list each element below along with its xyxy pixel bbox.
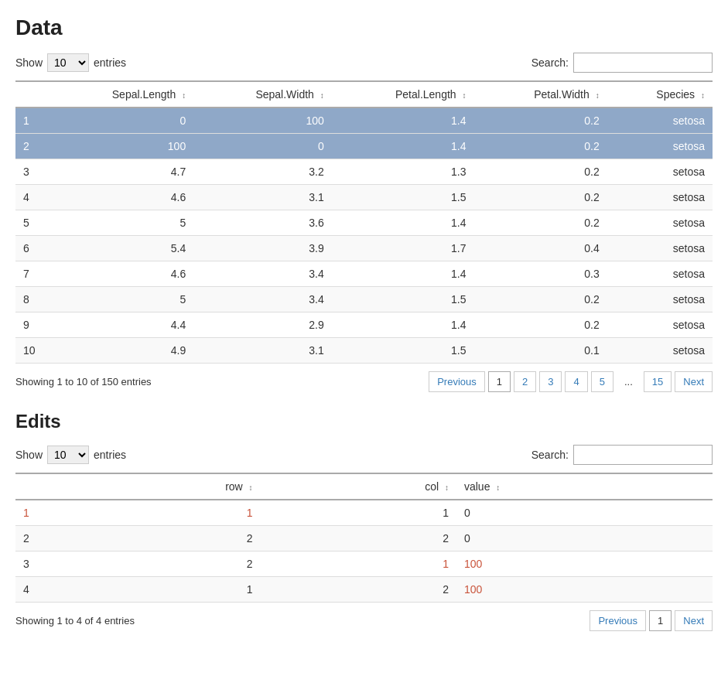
data-col-sepal-length[interactable]: Sepal.Length ↕ xyxy=(46,81,193,108)
data-cell-petal_length: 1.5 xyxy=(332,185,474,210)
data-col-species[interactable]: Species ↕ xyxy=(607,81,713,108)
edits-table-row: 412100 xyxy=(15,577,713,603)
data-footer-row: Showing 1 to 10 of 150 entries Previous … xyxy=(15,371,713,392)
edits-page-1[interactable]: 1 xyxy=(649,610,672,631)
data-cell-sepal_width: 3.2 xyxy=(193,159,332,185)
edits-col-value[interactable]: value ↕ xyxy=(456,473,713,500)
edits-col-row[interactable]: row ↕ xyxy=(46,473,261,500)
data-cell-index: 9 xyxy=(15,312,46,338)
edits-next-button[interactable]: Next xyxy=(675,610,713,631)
data-page-4[interactable]: 4 xyxy=(565,371,587,392)
edits-cell-row: 1 xyxy=(46,500,261,526)
data-page-1[interactable]: 1 xyxy=(488,371,511,392)
data-cell-species: setosa xyxy=(607,312,713,338)
data-entries-label: entries xyxy=(94,56,126,69)
data-title: Data xyxy=(15,15,713,40)
data-cell-petal_width: 0.2 xyxy=(474,159,607,185)
data-cell-species: setosa xyxy=(607,108,713,134)
edits-entries-label: entries xyxy=(94,449,126,461)
data-cell-species: setosa xyxy=(607,159,713,185)
data-table-row: 65.43.91.70.4setosa xyxy=(15,236,713,261)
edits-previous-button[interactable]: Previous xyxy=(590,610,646,631)
data-controls-row: Show 10 25 50 100 entries Search: xyxy=(15,53,713,73)
data-cell-species: setosa xyxy=(607,236,713,261)
data-table-row: 853.41.50.2setosa xyxy=(15,287,713,312)
data-cell-sepal_width: 3.4 xyxy=(193,261,332,287)
data-cell-sepal_length: 4.7 xyxy=(46,159,193,185)
data-table: Sepal.Length ↕ Sepal.Width ↕ Petal.Lengt… xyxy=(15,80,713,364)
data-cell-index: 5 xyxy=(15,210,46,236)
sort-icon-col: ↕ xyxy=(445,483,449,492)
data-cell-sepal_length: 0 xyxy=(46,108,193,134)
data-page-dots: ... xyxy=(617,372,641,391)
data-cell-sepal_width: 0 xyxy=(193,134,332,159)
data-cell-sepal_width: 3.9 xyxy=(193,236,332,261)
data-col-petal-length[interactable]: Petal.Length ↕ xyxy=(332,81,474,108)
data-col-sepal-width[interactable]: Sepal.Width ↕ xyxy=(193,81,332,108)
data-cell-petal_length: 1.4 xyxy=(332,210,474,236)
edits-col-index xyxy=(15,473,46,500)
edits-search-label: Search: xyxy=(531,449,569,461)
data-table-row: 553.61.40.2setosa xyxy=(15,210,713,236)
edits-cell-col: 2 xyxy=(261,577,456,603)
data-cell-petal_width: 0.1 xyxy=(474,338,607,364)
edits-table-row: 1110 xyxy=(15,500,713,526)
sort-icon-sepal-width: ↕ xyxy=(320,91,324,100)
edits-cell-row: 1 xyxy=(46,577,261,603)
data-cell-sepal_length: 5 xyxy=(46,287,193,312)
data-show-label: Show xyxy=(15,56,43,69)
data-search-label: Search: xyxy=(531,56,569,69)
data-search-input[interactable] xyxy=(573,53,713,73)
edits-col-col[interactable]: col ↕ xyxy=(261,473,456,500)
data-table-row: 104.93.11.50.1setosa xyxy=(15,338,713,364)
edits-search-row: Search: xyxy=(531,445,713,465)
data-cell-index: 10 xyxy=(15,338,46,364)
data-entries-select[interactable]: 10 25 50 100 xyxy=(47,53,89,72)
edits-cell-value: 100 xyxy=(456,577,713,603)
data-page-5[interactable]: 5 xyxy=(591,371,614,392)
edits-cell-value: 0 xyxy=(456,500,713,526)
data-cell-petal_length: 1.5 xyxy=(332,338,474,364)
data-cell-index: 2 xyxy=(15,134,46,159)
data-cell-petal_width: 0.4 xyxy=(474,236,607,261)
data-cell-index: 1 xyxy=(15,108,46,134)
sort-icon-sepal-length: ↕ xyxy=(182,91,186,100)
data-cell-petal_width: 0.2 xyxy=(474,312,607,338)
data-page-2[interactable]: 2 xyxy=(514,371,536,392)
edits-title: Edits xyxy=(15,411,713,432)
data-previous-button[interactable]: Previous xyxy=(429,371,485,392)
data-col-petal-width[interactable]: Petal.Width ↕ xyxy=(474,81,607,108)
data-page-15[interactable]: 15 xyxy=(644,371,672,392)
data-cell-petal_length: 1.4 xyxy=(332,261,474,287)
data-table-row: 34.73.21.30.2setosa xyxy=(15,159,713,185)
data-table-header: Sepal.Length ↕ Sepal.Width ↕ Petal.Lengt… xyxy=(15,81,713,108)
data-cell-species: setosa xyxy=(607,261,713,287)
data-pagination: Previous 1 2 3 4 5 ... 15 Next xyxy=(429,371,713,392)
edits-entries-select[interactable]: 10 25 50 100 xyxy=(47,446,89,464)
edits-cell-col: 1 xyxy=(261,551,456,577)
edits-table: row ↕ col ↕ value ↕ 11102220321100412100 xyxy=(15,473,713,603)
data-page-3[interactable]: 3 xyxy=(539,371,562,392)
data-table-row: 74.63.41.40.3setosa xyxy=(15,261,713,287)
data-cell-species: setosa xyxy=(607,134,713,159)
data-cell-sepal_width: 3.1 xyxy=(193,338,332,364)
edits-search-input[interactable] xyxy=(573,445,713,465)
data-cell-sepal_length: 4.4 xyxy=(46,312,193,338)
data-cell-petal_width: 0.2 xyxy=(474,210,607,236)
edits-cell-value: 0 xyxy=(456,526,713,551)
data-showing-text: Showing 1 to 10 of 150 entries xyxy=(15,376,152,388)
edits-footer-row: Showing 1 to 4 of 4 entries Previous 1 N… xyxy=(15,610,713,631)
data-cell-sepal_length: 4.6 xyxy=(46,261,193,287)
data-cell-sepal_width: 3.4 xyxy=(193,287,332,312)
data-cell-petal_length: 1.5 xyxy=(332,287,474,312)
edits-showing-text: Showing 1 to 4 of 4 entries xyxy=(15,615,135,627)
sort-icon-petal-length: ↕ xyxy=(463,91,467,100)
data-cell-sepal_length: 4.6 xyxy=(46,185,193,210)
data-next-button[interactable]: Next xyxy=(675,371,713,392)
data-table-row: 44.63.11.50.2setosa xyxy=(15,185,713,210)
edits-cell-col: 1 xyxy=(261,500,456,526)
data-cell-sepal_width: 2.9 xyxy=(193,312,332,338)
data-cell-sepal_length: 5 xyxy=(46,210,193,236)
edits-controls-row: Show 10 25 50 100 entries Search: xyxy=(15,445,713,465)
edits-table-row: 321100 xyxy=(15,551,713,577)
